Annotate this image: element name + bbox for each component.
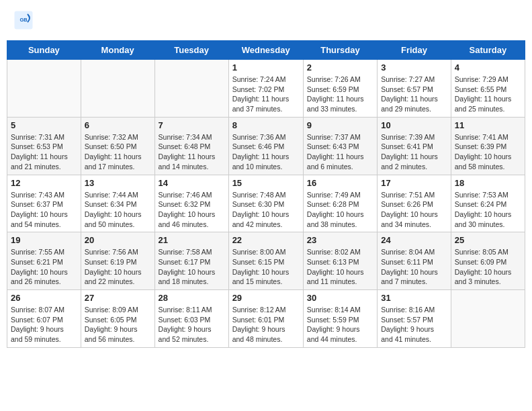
day-content: Sunrise: 7:41 AM Sunset: 6:39 PM Dayligh… <box>455 132 521 172</box>
calendar-cell: 4Sunrise: 7:29 AM Sunset: 6:55 PM Daylig… <box>451 60 525 118</box>
day-content: Sunrise: 7:39 AM Sunset: 6:41 PM Dayligh… <box>381 132 447 172</box>
calendar-week-row: 19Sunrise: 7:55 AM Sunset: 6:21 PM Dayli… <box>7 232 525 290</box>
day-content: Sunrise: 7:51 AM Sunset: 6:26 PM Dayligh… <box>381 190 447 230</box>
calendar-cell: 3Sunrise: 7:27 AM Sunset: 6:57 PM Daylig… <box>378 60 451 118</box>
calendar-cell <box>451 290 525 348</box>
calendar-cell: 16Sunrise: 7:49 AM Sunset: 6:28 PM Dayli… <box>303 175 377 232</box>
day-content: Sunrise: 7:37 AM Sunset: 6:43 PM Dayligh… <box>307 132 373 172</box>
day-content: Sunrise: 7:27 AM Sunset: 6:57 PM Dayligh… <box>381 75 447 114</box>
calendar-cell <box>154 60 228 118</box>
day-number: 19 <box>11 235 77 245</box>
svg-text:GB: GB <box>19 17 28 23</box>
calendar-week-row: 26Sunrise: 8:07 AM Sunset: 6:07 PM Dayli… <box>7 290 525 348</box>
day-content: Sunrise: 7:46 AM Sunset: 6:32 PM Dayligh… <box>159 190 225 230</box>
calendar-cell: 7Sunrise: 7:34 AM Sunset: 6:48 PM Daylig… <box>154 117 228 175</box>
day-content: Sunrise: 7:48 AM Sunset: 6:30 PM Dayligh… <box>232 190 300 230</box>
calendar-cell: 2Sunrise: 7:26 AM Sunset: 6:59 PM Daylig… <box>303 60 377 118</box>
day-content: Sunrise: 7:43 AM Sunset: 6:37 PM Dayligh… <box>11 190 77 230</box>
calendar-week-row: 5Sunrise: 7:31 AM Sunset: 6:53 PM Daylig… <box>7 117 525 175</box>
weekday-header-row: SundayMondayTuesdayWednesdayThursdayFrid… <box>7 41 525 60</box>
calendar-cell: 5Sunrise: 7:31 AM Sunset: 6:53 PM Daylig… <box>7 117 81 175</box>
day-number: 9 <box>307 120 373 130</box>
calendar-cell: 8Sunrise: 7:36 AM Sunset: 6:46 PM Daylig… <box>228 117 303 175</box>
calendar-cell: 17Sunrise: 7:51 AM Sunset: 6:26 PM Dayli… <box>378 175 451 232</box>
day-number: 2 <box>307 62 373 73</box>
day-number: 5 <box>11 120 77 130</box>
calendar-week-row: 12Sunrise: 7:43 AM Sunset: 6:37 PM Dayli… <box>7 175 525 232</box>
calendar-cell: 28Sunrise: 8:11 AM Sunset: 6:03 PM Dayli… <box>154 290 228 348</box>
calendar-cell: 27Sunrise: 8:09 AM Sunset: 6:05 PM Dayli… <box>81 290 154 348</box>
calendar-cell: 23Sunrise: 8:02 AM Sunset: 6:13 PM Dayli… <box>303 232 377 290</box>
day-number: 4 <box>455 62 521 73</box>
calendar-cell: 13Sunrise: 7:44 AM Sunset: 6:34 PM Dayli… <box>81 175 154 232</box>
day-content: Sunrise: 8:11 AM Sunset: 6:03 PM Dayligh… <box>159 305 225 345</box>
logo: GB <box>13 10 35 30</box>
day-number: 11 <box>455 120 521 130</box>
logo-icon: GB <box>13 10 34 30</box>
calendar-table: SundayMondayTuesdayWednesdayThursdayFrid… <box>7 40 525 348</box>
day-number: 20 <box>85 235 151 245</box>
day-content: Sunrise: 8:12 AM Sunset: 6:01 PM Dayligh… <box>232 305 300 345</box>
day-number: 18 <box>455 178 521 188</box>
day-number: 22 <box>232 235 300 245</box>
day-number: 28 <box>159 293 225 303</box>
day-content: Sunrise: 7:32 AM Sunset: 6:50 PM Dayligh… <box>85 132 151 172</box>
calendar-cell <box>81 60 154 118</box>
day-number: 8 <box>232 120 300 130</box>
day-number: 27 <box>85 293 151 303</box>
day-number: 12 <box>11 178 77 188</box>
day-number: 25 <box>455 235 521 245</box>
day-number: 23 <box>307 235 373 245</box>
day-number: 1 <box>232 62 300 73</box>
day-content: Sunrise: 7:49 AM Sunset: 6:28 PM Dayligh… <box>307 190 373 230</box>
day-number: 29 <box>232 293 300 303</box>
calendar-cell: 15Sunrise: 7:48 AM Sunset: 6:30 PM Dayli… <box>228 175 303 232</box>
calendar-cell: 31Sunrise: 8:16 AM Sunset: 5:57 PM Dayli… <box>378 290 451 348</box>
day-number: 17 <box>381 178 447 188</box>
day-number: 26 <box>11 293 77 303</box>
day-number: 14 <box>159 178 225 188</box>
calendar-cell: 24Sunrise: 8:04 AM Sunset: 6:11 PM Dayli… <box>378 232 451 290</box>
calendar-cell: 6Sunrise: 7:32 AM Sunset: 6:50 PM Daylig… <box>81 117 154 175</box>
weekday-header: Tuesday <box>154 41 228 60</box>
day-content: Sunrise: 7:56 AM Sunset: 6:19 PM Dayligh… <box>85 247 151 287</box>
calendar-week-row: 1Sunrise: 7:24 AM Sunset: 7:02 PM Daylig… <box>7 60 525 118</box>
weekday-header: Monday <box>81 41 154 60</box>
day-content: Sunrise: 7:26 AM Sunset: 6:59 PM Dayligh… <box>307 75 373 114</box>
weekday-header: Sunday <box>7 41 81 60</box>
day-number: 13 <box>85 178 151 188</box>
day-number: 24 <box>381 235 447 245</box>
day-number: 10 <box>381 120 447 130</box>
weekday-header: Thursday <box>303 41 377 60</box>
calendar-cell: 9Sunrise: 7:37 AM Sunset: 6:43 PM Daylig… <box>303 117 377 175</box>
weekday-header: Saturday <box>451 41 525 60</box>
day-content: Sunrise: 7:53 AM Sunset: 6:24 PM Dayligh… <box>455 190 521 230</box>
day-number: 7 <box>159 120 225 130</box>
day-content: Sunrise: 8:02 AM Sunset: 6:13 PM Dayligh… <box>307 247 373 287</box>
calendar-cell: 20Sunrise: 7:56 AM Sunset: 6:19 PM Dayli… <box>81 232 154 290</box>
day-content: Sunrise: 7:29 AM Sunset: 6:55 PM Dayligh… <box>455 75 521 114</box>
day-content: Sunrise: 8:07 AM Sunset: 6:07 PM Dayligh… <box>11 305 77 345</box>
calendar-cell: 30Sunrise: 8:14 AM Sunset: 5:59 PM Dayli… <box>303 290 377 348</box>
day-content: Sunrise: 8:05 AM Sunset: 6:09 PM Dayligh… <box>455 247 521 287</box>
day-number: 31 <box>381 293 447 303</box>
day-content: Sunrise: 8:04 AM Sunset: 6:11 PM Dayligh… <box>381 247 447 287</box>
day-content: Sunrise: 7:24 AM Sunset: 7:02 PM Dayligh… <box>232 75 300 114</box>
day-content: Sunrise: 7:44 AM Sunset: 6:34 PM Dayligh… <box>85 190 151 230</box>
calendar-cell: 25Sunrise: 8:05 AM Sunset: 6:09 PM Dayli… <box>451 232 525 290</box>
calendar-cell: 26Sunrise: 8:07 AM Sunset: 6:07 PM Dayli… <box>7 290 81 348</box>
calendar-body: 1Sunrise: 7:24 AM Sunset: 7:02 PM Daylig… <box>7 60 525 348</box>
weekday-header: Friday <box>378 41 451 60</box>
day-number: 21 <box>159 235 225 245</box>
calendar-cell: 1Sunrise: 7:24 AM Sunset: 7:02 PM Daylig… <box>228 60 303 118</box>
day-content: Sunrise: 8:00 AM Sunset: 6:15 PM Dayligh… <box>232 247 300 287</box>
calendar-cell: 12Sunrise: 7:43 AM Sunset: 6:37 PM Dayli… <box>7 175 81 232</box>
day-number: 16 <box>307 178 373 188</box>
calendar-cell: 14Sunrise: 7:46 AM Sunset: 6:32 PM Dayli… <box>154 175 228 232</box>
header: GB <box>7 7 525 34</box>
calendar-cell: 11Sunrise: 7:41 AM Sunset: 6:39 PM Dayli… <box>451 117 525 175</box>
day-content: Sunrise: 8:14 AM Sunset: 5:59 PM Dayligh… <box>307 305 373 345</box>
day-content: Sunrise: 7:34 AM Sunset: 6:48 PM Dayligh… <box>159 132 225 172</box>
day-number: 15 <box>232 178 300 188</box>
day-content: Sunrise: 8:09 AM Sunset: 6:05 PM Dayligh… <box>85 305 151 345</box>
